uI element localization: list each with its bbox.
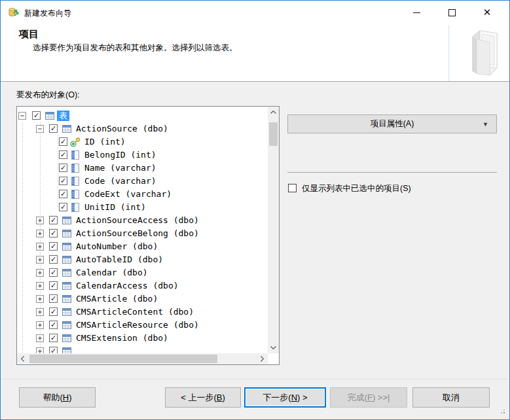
tree-checkbox[interactable]: ✓ [59,137,67,146]
footer-divider [1,379,509,379]
right-panel-divider [287,172,497,173]
table-icon [62,124,72,134]
next-button[interactable]: 下一步(N) > [244,387,326,408]
tree-item-label[interactable]: ActionSource (dbo) [74,124,170,134]
vertical-scrollbar[interactable] [268,107,279,353]
tree-expander-plus-icon[interactable] [36,321,44,329]
tree-item-label[interactable]: UnitID (int) [82,202,148,213]
scroll-up-button[interactable] [268,107,279,118]
column-icon [70,202,81,213]
tree-item-label[interactable]: CodeExt (varchar) [82,189,173,200]
table-icon [62,215,72,226]
vertical-scroll-thumb[interactable] [269,122,278,146]
tree-checkbox[interactable]: ✓ [59,203,67,211]
column-icon [70,176,81,186]
tree-checkbox[interactable]: ✓ [59,177,67,185]
page-subtitle: 选择要作为项目发布的表和其他对象。选择列以筛选表。 [33,43,238,54]
tree-row: ✓表 [17,109,268,122]
tree-checkbox[interactable]: ✓ [49,255,58,264]
horizontal-scroll-thumb[interactable] [29,355,217,363]
tree-checkbox[interactable]: ✓ [49,268,58,277]
tree-row: ✓UnitID (int) [17,201,268,214]
tree-item-label[interactable]: AutoTableID (dbo) [74,254,165,265]
tree-checkbox[interactable]: ✓ [59,150,67,159]
tree-expander-minus-icon[interactable] [36,125,44,133]
tree-checkbox[interactable]: ✓ [59,190,67,198]
tree-item-label[interactable]: CalendarAccess (dbo) [74,281,181,291]
tree-checkbox[interactable]: ✓ [49,321,58,329]
tree-item-label[interactable]: Code (varchar) [82,176,158,186]
scroll-right-button[interactable] [257,353,268,364]
tree-expander-plus-icon[interactable] [36,243,44,251]
tree-content: ✓表✓ActionSource (dbo)✓ID (int)✓BelongID … [17,107,268,353]
tree-row: ✓AutoNumber (dbo) [17,240,268,253]
tree-item-label[interactable]: ActionSourceBelong (dbo) [74,228,201,239]
tree-expander-minus-icon[interactable] [18,112,26,120]
page-title: 项目 [19,28,39,41]
tree-item-label[interactable]: CMSArticleResource (dbo) [74,320,201,330]
close-button[interactable]: ✕ [472,1,502,24]
tree-expander-plus-icon[interactable] [36,347,44,353]
tree-expander-plus-icon[interactable] [36,217,44,224]
minimize-button[interactable] [401,1,431,24]
tree-item-label[interactable]: AutoNumber (dbo) [74,241,160,252]
tree-checkbox[interactable]: ✓ [49,124,58,133]
tree-item-label[interactable]: CMSArticleContent (dbo) [74,307,196,317]
tree-row: ✓ID (int) [17,135,268,149]
tree-checkbox[interactable]: ✓ [49,347,58,353]
help-button[interactable]: 帮助(H) [19,387,96,408]
publication-wizard-icon [7,7,19,18]
tree-checkbox[interactable]: ✓ [49,334,58,342]
back-button[interactable]: < 上一步(B) [165,387,241,408]
scroll-down-button[interactable] [268,342,279,353]
tree-checkbox[interactable]: ✓ [49,281,58,290]
header-art-divider [448,25,449,81]
tree-checkbox[interactable]: ✓ [49,242,58,251]
tree-row: ✓CMSArticleContent (dbo) [17,306,268,319]
tree-item-label[interactable]: ActionSourceAccess (dbo) [74,215,201,226]
tree-checkbox[interactable]: ✓ [49,229,58,237]
article-properties-button[interactable]: 项目属性(A) ▼ [287,114,497,133]
tree-checkbox[interactable]: ✓ [32,111,41,120]
tree-item-label[interactable]: CMSArticle (dbo) [74,294,160,304]
tree-row: ✓BelongID (int) [17,149,268,162]
show-selected-only-label: 仅显示列表中已选中的项目(S) [302,183,411,194]
resize-grip[interactable] [499,407,505,416]
table-icon [62,333,72,343]
maximize-button[interactable] [437,1,467,24]
tree-row: ✓CMSArticle (dbo) [17,292,268,306]
horizontal-scrollbar[interactable] [17,353,268,364]
tree-checkbox[interactable]: ✓ [49,216,58,224]
article-properties-label: 项目属性(A) [371,118,414,130]
scroll-left-button[interactable] [17,353,28,364]
tree-checkbox[interactable]: ✓ [49,294,58,303]
cancel-button[interactable]: 取消 [412,387,490,408]
tree-item-label[interactable]: Name (varchar) [82,163,158,173]
wizard-dialog: 新建发布向导 ✕ 项目 选择要作为项目发布的表和其他对象。选择列以筛选表。 要发… [0,0,510,420]
tree-expander-plus-icon[interactable] [36,256,44,264]
tree-expander-plus-icon[interactable] [36,282,44,290]
tree-item-label[interactable]: BelongID (int) [82,150,158,160]
chevron-down-icon: ▼ [483,121,488,128]
tree-expander-plus-icon[interactable] [36,308,44,316]
tree-checkbox[interactable]: ✓ [59,164,67,172]
table-icon [45,111,55,121]
tree-item-label[interactable]: 表 [57,111,69,121]
title-bar[interactable]: 新建发布向导 ✕ [1,1,509,25]
show-selected-only-checkbox[interactable] [288,184,297,192]
tree-row: ✓ActionSourceAccess (dbo) [17,214,268,227]
tree-expander-plus-icon[interactable] [36,295,44,303]
maximize-icon [448,9,456,16]
table-icon [62,294,72,304]
tree-item-label[interactable]: CMSExtension (dbo) [74,333,170,343]
tree-checkbox[interactable]: ✓ [49,307,58,316]
tree-row: ✓CMSArticleResource (dbo) [17,319,268,332]
tree-expander-plus-icon[interactable] [36,334,44,342]
tree-expander-plus-icon[interactable] [36,230,44,237]
tree-row: ✓Code (varchar) [17,175,268,188]
column-icon [70,163,81,173]
objects-tree: ✓表✓ActionSource (dbo)✓ID (int)✓BelongID … [16,106,280,365]
tree-item-label[interactable]: Calendar (dbo) [74,268,150,278]
tree-item-label[interactable]: ID (int) [82,137,128,147]
tree-expander-plus-icon[interactable] [36,269,44,277]
